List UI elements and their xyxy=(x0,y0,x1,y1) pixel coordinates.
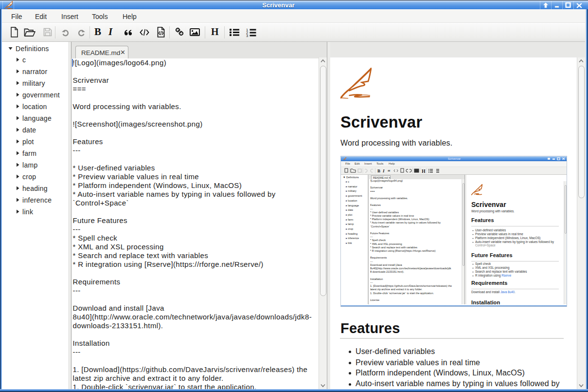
svg-text:“: “ xyxy=(388,168,391,174)
svg-text:H: H xyxy=(422,168,426,174)
svg-text:3: 3 xyxy=(246,34,248,37)
svg-text:B: B xyxy=(377,168,380,173)
svg-text:I: I xyxy=(382,168,385,173)
